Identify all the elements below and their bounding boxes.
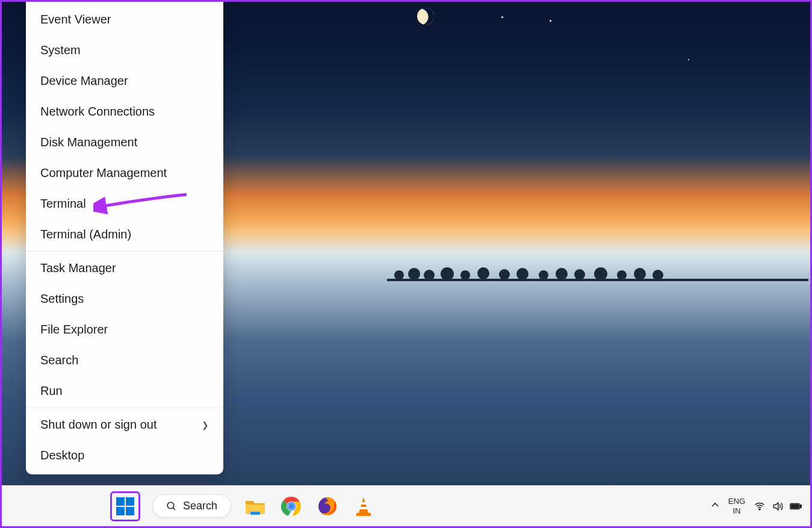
chrome-icon bbox=[281, 496, 302, 517]
svg-point-27 bbox=[759, 508, 760, 509]
taskbar: Search bbox=[2, 485, 810, 526]
menu-item-settings[interactable]: Settings bbox=[26, 284, 223, 314]
speaker-icon bbox=[772, 500, 784, 512]
tree-silhouette bbox=[387, 261, 808, 281]
menu-item-terminal-admin[interactable]: Terminal (Admin) bbox=[26, 219, 223, 250]
menu-label: Event Viewer bbox=[40, 13, 111, 26]
menu-item-shutdown-signout[interactable]: Shut down or sign out ❯ bbox=[26, 409, 223, 440]
svg-rect-25 bbox=[360, 507, 368, 509]
svg-point-16 bbox=[167, 502, 174, 509]
menu-item-run[interactable]: Run bbox=[26, 376, 223, 406]
svg-point-6 bbox=[477, 267, 489, 279]
menu-label: Search bbox=[40, 353, 78, 367]
menu-item-computer-management[interactable]: Computer Management bbox=[26, 158, 223, 188]
svg-line-17 bbox=[173, 508, 175, 510]
menu-label: Desktop bbox=[40, 449, 84, 462]
wifi-icon bbox=[754, 500, 766, 512]
star-icon bbox=[501, 16, 503, 18]
svg-point-13 bbox=[617, 270, 627, 280]
svg-rect-26 bbox=[356, 513, 371, 516]
taskbar-app-firefox[interactable] bbox=[315, 494, 339, 518]
menu-label: Settings bbox=[40, 292, 84, 306]
svg-point-3 bbox=[424, 270, 435, 281]
menu-label: Disk Management bbox=[40, 135, 137, 149]
svg-rect-29 bbox=[800, 505, 801, 508]
windows-logo-icon bbox=[116, 497, 134, 515]
chevron-right-icon: ❯ bbox=[202, 420, 209, 430]
menu-label: File Explorer bbox=[40, 323, 108, 337]
lang-top: ENG bbox=[728, 497, 745, 506]
svg-point-5 bbox=[460, 270, 470, 280]
firefox-icon bbox=[317, 496, 338, 517]
menu-label: Computer Management bbox=[40, 166, 167, 180]
menu-label: Terminal bbox=[40, 197, 86, 211]
search-label: Search bbox=[183, 500, 217, 512]
desktop-wallpaper[interactable]: Event Viewer System Device Manager Netwo… bbox=[2, 2, 810, 485]
svg-point-9 bbox=[539, 270, 548, 280]
menu-item-device-manager[interactable]: Device Manager bbox=[26, 66, 223, 96]
menu-label: Terminal (Admin) bbox=[40, 228, 131, 241]
svg-point-4 bbox=[441, 267, 454, 281]
menu-item-network-connections[interactable]: Network Connections bbox=[26, 96, 223, 127]
chevron-up-icon bbox=[710, 500, 720, 510]
menu-label: System bbox=[40, 43, 81, 57]
search-icon bbox=[166, 501, 177, 512]
svg-rect-18 bbox=[250, 512, 260, 515]
menu-label: Run bbox=[40, 384, 63, 398]
vlc-cone-icon bbox=[354, 496, 373, 517]
battery-icon bbox=[790, 500, 802, 512]
menu-item-desktop[interactable]: Desktop bbox=[26, 440, 223, 471]
taskbar-app-vlc[interactable] bbox=[352, 494, 376, 518]
star-icon bbox=[688, 59, 689, 60]
menu-label: Network Connections bbox=[40, 105, 155, 119]
menu-label: Device Manager bbox=[40, 74, 128, 88]
svg-point-15 bbox=[652, 270, 663, 281]
menu-item-search[interactable]: Search bbox=[26, 345, 223, 376]
start-button[interactable] bbox=[110, 491, 140, 521]
menu-separator bbox=[26, 251, 223, 252]
svg-point-22 bbox=[288, 503, 294, 509]
taskbar-app-chrome[interactable] bbox=[279, 494, 303, 518]
menu-item-file-explorer[interactable]: File Explorer bbox=[26, 314, 223, 345]
star-icon bbox=[550, 20, 551, 22]
menu-item-task-manager[interactable]: Task Manager bbox=[26, 253, 223, 284]
language-indicator[interactable]: ENG IN bbox=[728, 497, 745, 515]
menu-item-terminal[interactable]: Terminal bbox=[26, 188, 223, 219]
folder-icon bbox=[244, 497, 266, 515]
svg-rect-30 bbox=[791, 504, 798, 508]
menu-item-event-viewer[interactable]: Event Viewer bbox=[26, 4, 223, 35]
winx-context-menu: Event Viewer System Device Manager Netwo… bbox=[26, 2, 223, 474]
svg-point-1 bbox=[394, 270, 404, 280]
tray-overflow-button[interactable] bbox=[710, 500, 720, 512]
menu-item-system[interactable]: System bbox=[26, 35, 223, 66]
taskbar-app-file-explorer[interactable] bbox=[243, 494, 267, 518]
svg-point-2 bbox=[408, 268, 420, 280]
svg-point-10 bbox=[556, 268, 568, 280]
svg-point-7 bbox=[499, 269, 510, 280]
lang-bottom: IN bbox=[728, 506, 745, 516]
menu-item-disk-management[interactable]: Disk Management bbox=[26, 127, 223, 158]
menu-separator bbox=[26, 408, 223, 408]
svg-point-11 bbox=[574, 269, 585, 280]
svg-rect-24 bbox=[361, 502, 367, 505]
svg-point-8 bbox=[516, 268, 528, 280]
svg-point-14 bbox=[634, 268, 646, 280]
svg-point-12 bbox=[594, 267, 607, 281]
moon-icon bbox=[414, 5, 436, 27]
menu-label: Shut down or sign out bbox=[40, 418, 157, 432]
search-button[interactable]: Search bbox=[152, 494, 231, 518]
menu-label: Task Manager bbox=[40, 261, 116, 275]
system-tray[interactable] bbox=[754, 500, 802, 512]
